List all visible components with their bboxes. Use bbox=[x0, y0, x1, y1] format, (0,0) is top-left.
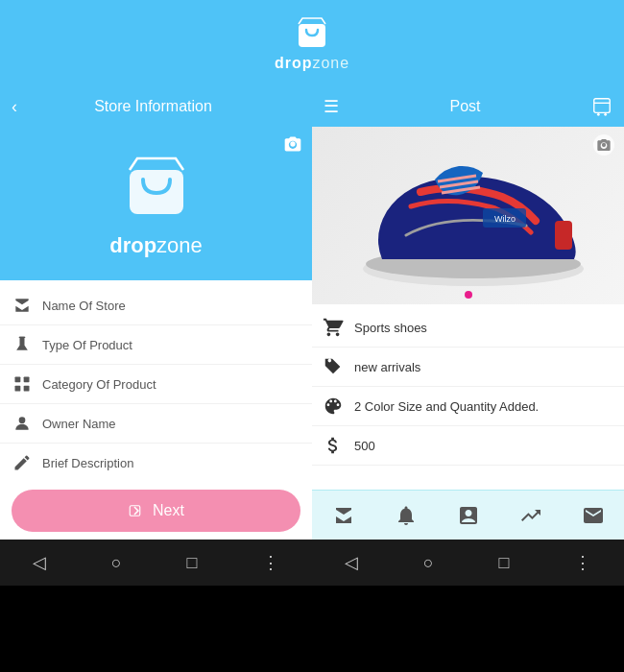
pencil-icon bbox=[12, 452, 33, 473]
field-type-of-product-label: Type Of Product bbox=[42, 338, 132, 352]
right-header: ☰ Post bbox=[312, 86, 624, 127]
left-panel-title: Store Information bbox=[25, 98, 281, 115]
product-colors-text: 2 Color Size and Quantity Added. bbox=[354, 399, 539, 414]
app-logo-icon bbox=[293, 14, 331, 53]
back-nav-right-icon[interactable]: ◁ bbox=[345, 552, 358, 573]
field-type-of-product[interactable]: Type Of Product bbox=[0, 325, 312, 365]
product-details: Sports shoes new arrivals 2 Color Size a… bbox=[312, 304, 624, 490]
field-category-of-product[interactable]: Category Of Product bbox=[0, 365, 312, 404]
person-icon bbox=[12, 413, 33, 434]
store-icon bbox=[12, 295, 33, 316]
camera-icon[interactable] bbox=[283, 134, 302, 154]
app-title: dropzone bbox=[275, 55, 349, 72]
form-fields: Name Of Store Type Of Product bbox=[0, 280, 312, 482]
field-brief-description-label: Brief Description bbox=[42, 456, 133, 470]
product-type-text: Sports shoes bbox=[354, 321, 427, 335]
svg-text:Wilzo: Wilzo bbox=[494, 214, 516, 224]
recent-nav-right-icon[interactable]: □ bbox=[498, 553, 509, 573]
back-button[interactable]: ‹ bbox=[12, 97, 17, 117]
bottom-nav-store[interactable] bbox=[332, 504, 355, 527]
price-detail-icon bbox=[322, 434, 345, 457]
bottom-nav-bell[interactable] bbox=[395, 504, 418, 527]
svg-rect-9 bbox=[594, 99, 611, 113]
store-bag-icon bbox=[118, 149, 195, 226]
bottom-nav-inbox[interactable] bbox=[457, 504, 480, 527]
field-category-of-product-label: Category Of Product bbox=[42, 377, 156, 392]
hamburger-button[interactable]: ☰ bbox=[324, 96, 339, 117]
menu-nav-right-icon[interactable]: ⋮ bbox=[574, 552, 591, 573]
home-nav-icon[interactable]: ○ bbox=[111, 553, 122, 573]
android-nav-left: ◁ ○ □ ⋮ bbox=[0, 540, 312, 586]
cart-detail-icon bbox=[322, 316, 345, 339]
store-logo-text: dropzone bbox=[109, 233, 203, 258]
flask-icon bbox=[12, 334, 33, 355]
home-nav-right-icon[interactable]: ○ bbox=[423, 553, 434, 573]
product-price-row: 500 bbox=[312, 426, 624, 466]
next-button[interactable]: Next bbox=[12, 490, 300, 532]
product-camera-icon[interactable] bbox=[593, 134, 614, 156]
product-image-container: Wilzo bbox=[312, 127, 624, 304]
recent-nav-icon[interactable]: □ bbox=[186, 553, 197, 573]
product-colors-row: 2 Color Size and Quantity Added. bbox=[312, 387, 624, 426]
next-button-label: Next bbox=[153, 502, 184, 519]
svg-rect-6 bbox=[24, 386, 30, 392]
carousel-dot bbox=[465, 291, 472, 299]
svg-rect-2 bbox=[19, 337, 26, 338]
shoe-svg: Wilzo bbox=[334, 139, 603, 293]
field-owner-name[interactable]: Owner Name bbox=[0, 404, 312, 444]
left-header: ‹ Store Information bbox=[0, 86, 312, 127]
palette-detail-icon bbox=[322, 395, 345, 418]
field-name-of-store-label: Name Of Store bbox=[42, 299, 126, 313]
store-logo-area: dropzone bbox=[0, 127, 312, 280]
product-price-text: 500 bbox=[354, 439, 375, 453]
back-nav-icon[interactable]: ◁ bbox=[33, 552, 46, 573]
app-header: dropzone bbox=[0, 0, 624, 86]
menu-nav-icon[interactable]: ⋮ bbox=[262, 552, 279, 573]
cart-icon[interactable] bbox=[591, 96, 612, 117]
tag-detail-icon bbox=[322, 355, 345, 378]
bottom-nav-chart[interactable] bbox=[519, 504, 542, 527]
bottom-nav-mail[interactable] bbox=[582, 504, 605, 527]
svg-point-11 bbox=[604, 113, 607, 116]
svg-rect-17 bbox=[555, 221, 572, 250]
product-category-text: new arrivals bbox=[354, 360, 420, 374]
android-nav-right: ◁ ○ □ ⋮ bbox=[312, 540, 624, 586]
svg-point-7 bbox=[19, 417, 26, 423]
product-category-row: new arrivals bbox=[312, 348, 624, 387]
svg-rect-3 bbox=[15, 377, 21, 383]
svg-rect-4 bbox=[24, 377, 30, 383]
right-panel-title: Post bbox=[339, 98, 591, 115]
svg-point-10 bbox=[597, 113, 600, 116]
field-owner-name-label: Owner Name bbox=[42, 417, 116, 431]
product-type-row: Sports shoes bbox=[312, 308, 624, 348]
field-name-of-store[interactable]: Name Of Store bbox=[0, 286, 312, 325]
bottom-nav-bar bbox=[312, 490, 624, 540]
svg-rect-5 bbox=[15, 386, 21, 392]
left-panel: ‹ Store Information dropzone bbox=[0, 86, 312, 586]
field-brief-description[interactable]: Brief Description bbox=[0, 444, 312, 482]
category-icon bbox=[12, 373, 33, 395]
next-icon bbox=[128, 502, 145, 519]
right-panel: ☰ Post bbox=[312, 86, 624, 586]
